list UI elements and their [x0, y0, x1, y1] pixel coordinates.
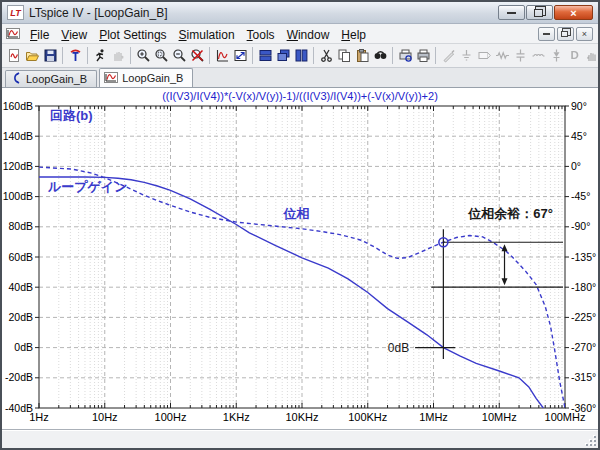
svg-text:位相: 位相: [283, 206, 310, 221]
mdi-restore-icon: [561, 31, 568, 37]
print-icon[interactable]: [414, 46, 432, 66]
schematic-icon: [10, 72, 22, 86]
fft-icon[interactable]: [213, 46, 231, 66]
diode-icon: [547, 46, 565, 66]
menu-plot-settings[interactable]: Plot Settings: [93, 26, 172, 44]
capacitor-icon: [511, 46, 529, 66]
cut-icon[interactable]: [317, 46, 335, 66]
window-title: LTspice IV - [LoopGain_B]: [29, 6, 168, 20]
ltspice-window: LT LTspice IV - [LoopGain_B] × FileViewP…: [0, 0, 600, 450]
zoom-full-icon[interactable]: [188, 46, 206, 66]
tile-vertical-icon[interactable]: [292, 46, 310, 66]
toolbar-separator: [252, 47, 253, 64]
toolbar-separator: [209, 47, 210, 64]
zoom-out-icon[interactable]: [170, 46, 188, 66]
svg-text:-20dB: -20dB: [5, 371, 33, 383]
mdi-minimize-button[interactable]: [538, 27, 555, 41]
toolbar-separator: [87, 47, 88, 64]
svg-text:100Hz: 100Hz: [155, 411, 187, 423]
menu-bar: FileViewPlot SettingsSimulationToolsWind…: [2, 24, 598, 44]
run-icon[interactable]: [91, 46, 109, 66]
print-preview-icon[interactable]: [396, 46, 414, 66]
svg-text:回路(b): 回路(b): [50, 108, 93, 123]
toolbar: D: [2, 44, 598, 68]
copy-icon[interactable]: [335, 46, 353, 66]
status-bar: [2, 430, 598, 448]
svg-text:100MHz: 100MHz: [545, 411, 586, 423]
save-icon[interactable]: [41, 46, 59, 66]
cascade-icon[interactable]: [274, 46, 292, 66]
paste-icon[interactable]: [353, 46, 371, 66]
toolbar-separator: [62, 47, 63, 64]
halt-icon: [109, 46, 127, 66]
svg-text:D: D: [570, 49, 578, 61]
svg-text:ループゲイン: ループゲイン: [47, 179, 128, 194]
menu-window[interactable]: Window: [281, 26, 336, 44]
close-icon: ×: [570, 7, 576, 19]
menu-tools[interactable]: Tools: [241, 26, 281, 44]
svg-text:20dB: 20dB: [8, 311, 33, 323]
toolbar-separator: [130, 47, 131, 64]
zoom-area-icon[interactable]: [152, 46, 170, 66]
menu-file[interactable]: File: [24, 26, 55, 44]
menu-simulation[interactable]: Simulation: [173, 26, 241, 44]
minimize-button[interactable]: [498, 5, 525, 20]
svg-text:((I(V3)/I(V4))*(-V(x)/V(y))-1): ((I(V3)/I(V4))*(-V(x)/V(y))-1)/((I(V3)/I…: [162, 90, 438, 102]
close-button[interactable]: ×: [554, 5, 593, 20]
autorange-icon[interactable]: [231, 46, 249, 66]
component-icon: D: [565, 46, 583, 66]
restore-button[interactable]: [526, 5, 553, 20]
zoom-in-icon[interactable]: [134, 46, 152, 66]
svg-text:1KHz: 1KHz: [223, 411, 250, 423]
svg-text:0dB: 0dB: [14, 341, 33, 353]
svg-text:120dB: 120dB: [3, 160, 33, 172]
menu-view[interactable]: View: [55, 26, 93, 44]
toolbar-separator: [435, 47, 436, 64]
resize-grip[interactable]: [584, 434, 596, 446]
svg-text:0°: 0°: [571, 160, 581, 172]
tab-bar: LoopGain_BLoopGain_B: [2, 68, 598, 88]
svg-text:-225°: -225°: [571, 311, 596, 323]
open-icon[interactable]: [23, 46, 41, 66]
new-schematic-icon[interactable]: [5, 46, 23, 66]
svg-text:100KHz: 100KHz: [348, 411, 387, 423]
menu-help[interactable]: Help: [335, 26, 372, 44]
svg-text:45°: 45°: [571, 130, 587, 142]
tile-horizontal-icon[interactable]: [256, 46, 274, 66]
svg-text:-180°: -180°: [571, 281, 596, 293]
control-panel-icon[interactable]: [66, 46, 84, 66]
svg-text:1Hz: 1Hz: [29, 411, 49, 423]
svg-text:80dB: 80dB: [8, 220, 33, 232]
waveform-icon: [104, 72, 118, 85]
svg-text:40dB: 40dB: [8, 281, 33, 293]
toolbar-separator: [392, 47, 393, 64]
svg-text:0dB: 0dB: [388, 341, 409, 355]
mdi-minimize-icon: [543, 31, 550, 35]
svg-text:140dB: 140dB: [3, 130, 33, 142]
move-icon: [583, 46, 598, 66]
svg-text:10Hz: 10Hz: [92, 411, 118, 423]
find-icon[interactable]: [371, 46, 389, 66]
ground-icon: [457, 46, 475, 66]
mdi-restore-button[interactable]: [557, 27, 574, 41]
toolbar-separator: [313, 47, 314, 64]
resistor-icon: [493, 46, 511, 66]
svg-text:1MHz: 1MHz: [419, 411, 448, 423]
ltspice-logo-icon: LT: [7, 5, 24, 20]
svg-text:-45°: -45°: [571, 190, 590, 202]
waveform-pane: ((I(V3)/I(V4))*(-V(x)/V(y))-1)/((I(V3)/I…: [2, 88, 598, 430]
tab-label: LoopGain_B: [26, 73, 87, 85]
waveform-tab[interactable]: LoopGain_B: [99, 68, 193, 87]
mdi-close-button[interactable]: ×: [576, 27, 593, 41]
wire-icon: [439, 46, 457, 66]
svg-text:位相余裕：67°: 位相余裕：67°: [467, 206, 553, 221]
svg-text:160dB: 160dB: [3, 100, 33, 112]
schematic-tab[interactable]: LoopGain_B: [5, 70, 97, 87]
tab-label: LoopGain_B: [122, 72, 183, 84]
waveform-plot[interactable]: ((I(V3)/I(V4))*(-V(x)/V(y))-1)/((I(V3)/I…: [2, 88, 598, 429]
waveform-window-icon: [6, 25, 20, 43]
title-bar[interactable]: LT LTspice IV - [LoopGain_B] ×: [2, 2, 598, 24]
net-label-icon: [475, 46, 493, 66]
svg-text:-270°: -270°: [571, 341, 596, 353]
svg-text:10KHz: 10KHz: [285, 411, 318, 423]
